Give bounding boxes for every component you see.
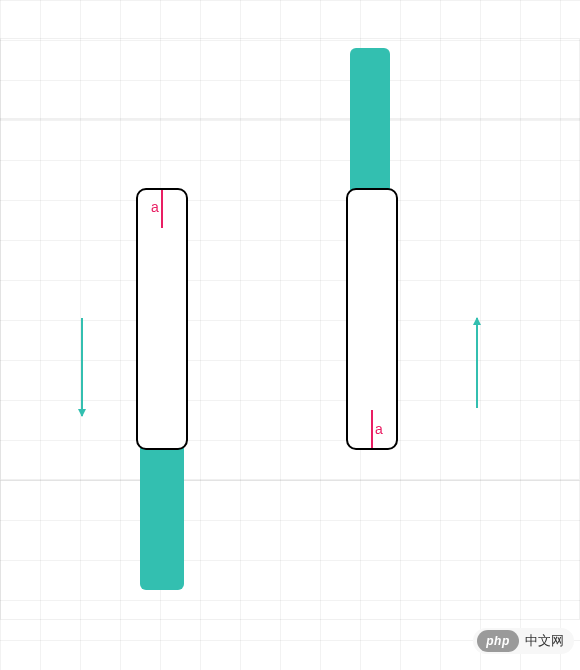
band-bottom (0, 480, 580, 620)
left-ul-label: ul (152, 233, 166, 251)
arrow-up-icon (476, 318, 478, 408)
left-anchor-line (161, 190, 163, 228)
arrow-down-icon (81, 318, 83, 416)
band-mid (0, 118, 580, 480)
php-logo-pill: php (477, 630, 519, 652)
right-anchor-line (371, 410, 373, 448)
watermark: php 中文网 (473, 628, 574, 654)
right-a-label: a (375, 421, 383, 437)
right-ul-label: ul (363, 383, 377, 401)
band-top (0, 38, 580, 120)
watermark-text: 中文网 (525, 632, 564, 650)
left-a-label: a (151, 199, 159, 215)
